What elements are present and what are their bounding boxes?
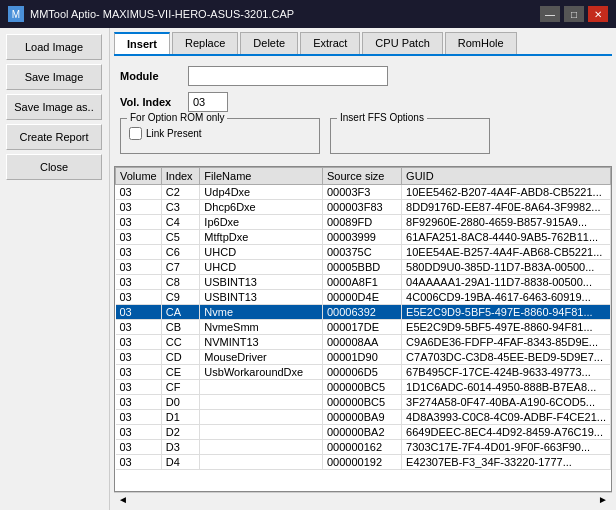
close-button[interactable]: Close xyxy=(6,154,102,180)
tab-insert[interactable]: Insert xyxy=(114,32,170,54)
module-input[interactable] xyxy=(188,66,388,86)
table-row[interactable]: 03CCNVMINT13000008AAC9A6DE36-FDFP-4FAF-8… xyxy=(116,335,611,350)
table-row[interactable]: 03D1000000BA94D8A3993-C0C8-4C09-ADBF-F4C… xyxy=(116,410,611,425)
title-bar: M MMTool Aptio- MAXIMUS-VII-HERO-ASUS-32… xyxy=(0,0,616,28)
tab-bar: InsertReplaceDeleteExtractCPU PatchRomHo… xyxy=(114,32,612,56)
tab-romhole[interactable]: RomHole xyxy=(445,32,517,54)
minimize-button[interactable]: — xyxy=(540,6,560,22)
col-source-size: Source size xyxy=(323,168,402,185)
tab-cpu-patch[interactable]: CPU Patch xyxy=(362,32,442,54)
save-image-button[interactable]: Save Image xyxy=(6,64,102,90)
table-row[interactable]: 03D30000001627303C17E-7F4-4D01-9F0F-663F… xyxy=(116,440,611,455)
table-row[interactable]: 03CF000000BC51D1C6ADC-6014-4950-888B-B7E… xyxy=(116,380,611,395)
table-row[interactable]: 03C5MtftpDxe0000399961AFA251-8AC8-4440-9… xyxy=(116,230,611,245)
table-header: Volume Index FileName Source size GUID xyxy=(116,168,611,185)
col-guid: GUID xyxy=(402,168,611,185)
module-label: Module xyxy=(120,70,180,82)
main-table: Volume Index FileName Source size GUID 0… xyxy=(115,167,611,470)
option-group-rom: For Option ROM only Link Present xyxy=(120,118,320,154)
link-present-checkbox[interactable] xyxy=(129,127,142,140)
table-body: 03C2Udp4Dxe00003F310EE5462-B207-4A4F-ABD… xyxy=(116,185,611,470)
window-title: MMTool Aptio- MAXIMUS-VII-HERO-ASUS-3201… xyxy=(30,8,294,20)
table-row[interactable]: 03C3Dhcp6Dxe000003F838DD9176D-EE87-4F0E-… xyxy=(116,200,611,215)
table-row[interactable]: 03C4Ip6Dxe00089FD8F92960E-2880-4659-B857… xyxy=(116,215,611,230)
vol-index-input[interactable] xyxy=(188,92,228,112)
tab-replace[interactable]: Replace xyxy=(172,32,238,54)
table-row[interactable]: 03C7UHCD00005BBD580DD9U0-385D-11D7-B83A-… xyxy=(116,260,611,275)
col-index: Index xyxy=(161,168,200,185)
content-area: InsertReplaceDeleteExtractCPU PatchRomHo… xyxy=(110,28,616,510)
main-area: Load ImageSave ImageSave Image as..Creat… xyxy=(0,28,616,510)
window-controls: — □ ✕ xyxy=(540,6,608,22)
link-present-checkbox-label[interactable]: Link Present xyxy=(129,127,202,140)
save-image-as-button[interactable]: Save Image as.. xyxy=(6,94,102,120)
option-group-ffs-label: Insert FFS Options xyxy=(337,112,427,123)
table-row[interactable]: 03CBNvmeSmm000017DEE5E2C9D9-5BF5-497E-88… xyxy=(116,320,611,335)
vol-index-label: Vol. Index xyxy=(120,96,180,108)
form-area: Module Vol. Index For Option ROM only Li… xyxy=(114,62,612,162)
table-row[interactable]: 03D2000000BA26649DEEC-8EC4-4D92-8459-A76… xyxy=(116,425,611,440)
table-container[interactable]: Volume Index FileName Source size GUID 0… xyxy=(114,166,612,492)
tab-delete[interactable]: Delete xyxy=(240,32,298,54)
app-icon: M xyxy=(8,6,24,22)
table-row[interactable]: 03D0000000BC53F274A58-0F47-40BA-A190-6CO… xyxy=(116,395,611,410)
option-group-rom-label: For Option ROM only xyxy=(127,112,227,123)
col-volume: Volume xyxy=(116,168,162,185)
table-row[interactable]: 03D4000000192E42307EB-F3_34F-33220-1777.… xyxy=(116,455,611,470)
table-row[interactable]: 03C2Udp4Dxe00003F310EE5462-B207-4A4F-ABD… xyxy=(116,185,611,200)
table-row[interactable]: 03CDMouseDriver00001D90C7A703DC-C3D8-45E… xyxy=(116,350,611,365)
option-row: For Option ROM only Link Present Insert … xyxy=(120,118,606,154)
load-image-button[interactable]: Load Image xyxy=(6,34,102,60)
table-row[interactable]: 03C9USBINT1300000D4E4C006CD9-19BA-4617-6… xyxy=(116,290,611,305)
tab-extract[interactable]: Extract xyxy=(300,32,360,54)
table-row[interactable]: 03C8USBINT130000A8F104AAAAA1-29A1-11D7-8… xyxy=(116,275,611,290)
option-group-ffs: Insert FFS Options xyxy=(330,118,490,154)
create-report-button[interactable]: Create Report xyxy=(6,124,102,150)
scroll-hint: ◄► xyxy=(114,492,612,506)
table-row[interactable]: 03CEUsbWorkaroundDxe000006D567B495CF-17C… xyxy=(116,365,611,380)
close-window-button[interactable]: ✕ xyxy=(588,6,608,22)
sidebar: Load ImageSave ImageSave Image as..Creat… xyxy=(0,28,110,510)
table-row[interactable]: 03CANvme00006392E5E2C9D9-5BF5-497E-8860-… xyxy=(116,305,611,320)
col-filename: FileName xyxy=(200,168,323,185)
table-row[interactable]: 03C6UHCD000375C10EE54AE-B257-4A4F-AB68-C… xyxy=(116,245,611,260)
maximize-button[interactable]: □ xyxy=(564,6,584,22)
